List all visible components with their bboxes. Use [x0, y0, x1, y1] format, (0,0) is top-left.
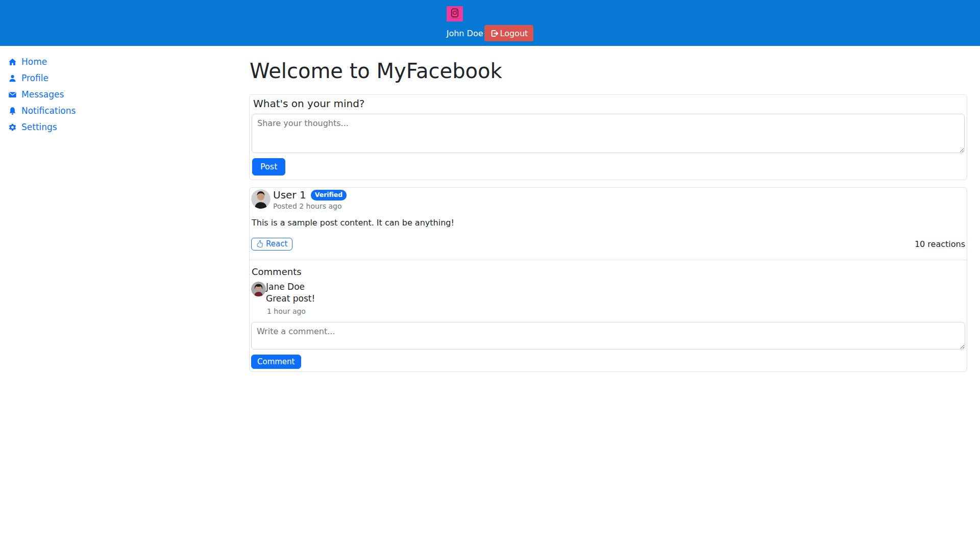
- logout-label: Logout: [500, 29, 528, 38]
- verified-badge: Verified: [311, 190, 347, 201]
- sidebar-item-label: Notifications: [21, 106, 76, 116]
- sidebar-item-notifications[interactable]: Notifications: [8, 106, 249, 115]
- post-form-heading: What's on your mind?: [253, 97, 965, 110]
- logout-icon: [490, 29, 499, 38]
- sidebar-item-settings[interactable]: Settings: [8, 122, 249, 132]
- sidebar-item-messages[interactable]: Messages: [8, 90, 249, 99]
- comment-body: Jane Doe Great post! 1 hour ago: [266, 282, 315, 315]
- post-author-avatar: [251, 189, 271, 209]
- post-content: This is a sample post content. It can be…: [252, 217, 965, 229]
- sidebar-item-home[interactable]: Home: [8, 57, 249, 66]
- logout-button[interactable]: Logout: [484, 25, 534, 41]
- comment-author-name: Jane Doe: [266, 282, 315, 292]
- post-header: User 1 Verified Posted 2 hours ago: [251, 189, 965, 210]
- post-input[interactable]: [252, 114, 965, 153]
- bell-icon: [8, 107, 17, 115]
- header: John Doe Logout: [0, 0, 980, 46]
- user-icon: [8, 74, 17, 83]
- react-row: React 10 reactions: [251, 238, 965, 251]
- header-user-row: John Doe Logout: [447, 25, 534, 41]
- page-title: Welcome to MyFacebook: [250, 59, 967, 83]
- thumbs-up-icon: [256, 240, 263, 247]
- post-button[interactable]: Post: [252, 158, 285, 176]
- comment-button[interactable]: Comment: [251, 355, 301, 369]
- post-author-row: User 1 Verified: [273, 189, 347, 201]
- react-button[interactable]: React: [251, 238, 292, 251]
- sidebar-item-profile[interactable]: Profile: [8, 73, 249, 83]
- post-timestamp: Posted 2 hours ago: [273, 202, 347, 210]
- sidebar-item-label: Settings: [21, 122, 57, 132]
- react-label: React: [266, 239, 287, 248]
- comment-timestamp: 1 hour ago: [266, 307, 315, 315]
- sidebar: Home Profile Messages: [0, 46, 249, 139]
- header-inner: John Doe Logout: [447, 0, 534, 41]
- header-username: John Doe: [447, 29, 483, 38]
- sidebar-item-label: Profile: [21, 73, 48, 83]
- sidebar-item-label: Home: [21, 57, 47, 67]
- comment-author-avatar: [251, 282, 266, 296]
- post-card: User 1 Verified Posted 2 hours ago This …: [249, 187, 967, 371]
- home-icon: [8, 58, 17, 66]
- sidebar-item-label: Messages: [21, 89, 64, 99]
- comment-input[interactable]: [251, 322, 965, 349]
- page-layout: Home Profile Messages: [0, 46, 980, 372]
- comment-item: Jane Doe Great post! 1 hour ago: [251, 282, 965, 315]
- instagram-icon: [447, 6, 463, 21]
- post-form-card: What's on your mind? Post: [249, 94, 967, 180]
- comment-button-row: Comment: [251, 349, 965, 369]
- post-author-name: User 1: [273, 189, 306, 201]
- reactions-count: 10 reactions: [915, 239, 965, 249]
- envelope-icon: [8, 90, 17, 99]
- main-content: Welcome to MyFacebook What's on your min…: [249, 46, 980, 372]
- comments-heading: Comments: [252, 266, 965, 277]
- post-header-text: User 1 Verified Posted 2 hours ago: [273, 189, 347, 210]
- gear-icon: [8, 123, 17, 132]
- comment-text: Great post!: [266, 293, 315, 304]
- divider: [250, 260, 967, 260]
